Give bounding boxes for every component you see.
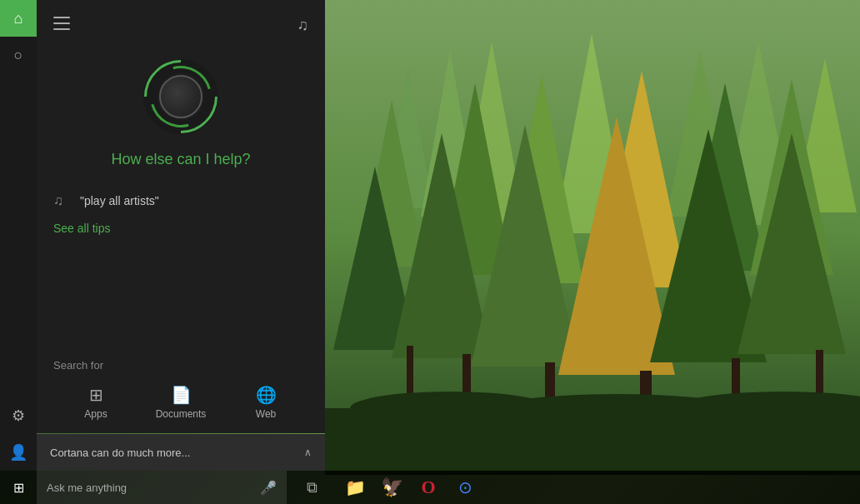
documents-tab-label: Documents bbox=[156, 408, 207, 420]
search-tab-documents[interactable]: 📄 Documents bbox=[138, 378, 223, 427]
cortana-panel: ♫ How else can I help? ♫ "play all artis… bbox=[37, 0, 325, 433]
taskbar-apps: 📁 🦅 O ⊙ bbox=[337, 471, 860, 504]
cortana-bottom-bar[interactable]: Cortana can do much more... ∧ bbox=[37, 434, 325, 471]
home-icon: ⌂ bbox=[14, 10, 23, 27]
file-explorer-icon: 📁 bbox=[345, 477, 366, 497]
sidebar: ⌂ ○ ⚙ 👤 bbox=[0, 0, 37, 471]
search-for-label: Search for bbox=[53, 359, 308, 372]
windows-icon: ⊞ bbox=[13, 480, 24, 496]
cortana-logo bbox=[143, 59, 218, 134]
user-icon: 👤 bbox=[9, 443, 28, 462]
task-view-button[interactable]: ⧉ bbox=[293, 471, 330, 504]
browser1-icon: 🦅 bbox=[381, 477, 403, 498]
browser1-button[interactable]: 🦅 bbox=[373, 471, 410, 504]
taskbar: ⊞ Ask me anything 🎤 ⧉ 📁 🦅 O ⊙ bbox=[0, 471, 860, 504]
sidebar-item-user[interactable]: 👤 bbox=[0, 434, 37, 471]
chrome-icon: ⊙ bbox=[458, 477, 472, 497]
documents-icon: 📄 bbox=[171, 385, 192, 405]
search-tab-apps[interactable]: ⊞ Apps bbox=[53, 378, 138, 427]
taskbar-search-box[interactable]: Ask me anything 🎤 bbox=[37, 471, 287, 504]
sidebar-item-home[interactable]: ⌂ bbox=[0, 0, 37, 37]
sidebar-item-notebook[interactable]: ○ bbox=[0, 37, 37, 73]
start-button[interactable]: ⊞ bbox=[0, 471, 37, 504]
web-tab-label: Web bbox=[256, 408, 276, 420]
music-note-icon: ♫ bbox=[298, 17, 309, 34]
search-tabs: ⊞ Apps 📄 Documents 🌐 Web bbox=[53, 378, 308, 427]
cortana-question: How else can I help? bbox=[111, 151, 250, 168]
tip-item[interactable]: ♫ "play all artists" bbox=[53, 193, 308, 208]
chrome-button[interactable]: ⊙ bbox=[447, 471, 483, 504]
file-explorer-button[interactable]: 📁 bbox=[337, 471, 373, 504]
opera-icon: O bbox=[421, 477, 435, 498]
taskbar-search-text: Ask me anything bbox=[47, 482, 260, 494]
settings-icon: ⚙ bbox=[12, 407, 25, 425]
menu-button[interactable] bbox=[53, 17, 70, 30]
notebook-icon: ○ bbox=[14, 47, 23, 64]
see-all-tips-link[interactable]: See all tips bbox=[53, 222, 110, 235]
web-icon: 🌐 bbox=[256, 385, 277, 405]
tip-text: "play all artists" bbox=[80, 194, 159, 207]
search-tab-web[interactable]: 🌐 Web bbox=[223, 378, 308, 427]
forest-background bbox=[325, 0, 860, 475]
taskbar-middle-icons: ⧉ bbox=[287, 471, 337, 504]
cortana-bottom-text: Cortana can do much more... bbox=[50, 447, 190, 459]
apps-tab-label: Apps bbox=[84, 408, 107, 420]
chevron-up-icon: ∧ bbox=[304, 447, 312, 458]
sidebar-item-settings[interactable]: ⚙ bbox=[0, 397, 37, 434]
apps-grid-icon: ⊞ bbox=[89, 385, 103, 405]
task-view-icon: ⧉ bbox=[307, 479, 318, 497]
opera-button[interactable]: O bbox=[410, 471, 447, 504]
microphone-icon[interactable]: 🎤 bbox=[260, 480, 277, 496]
tip-music-icon: ♫ bbox=[53, 193, 70, 208]
